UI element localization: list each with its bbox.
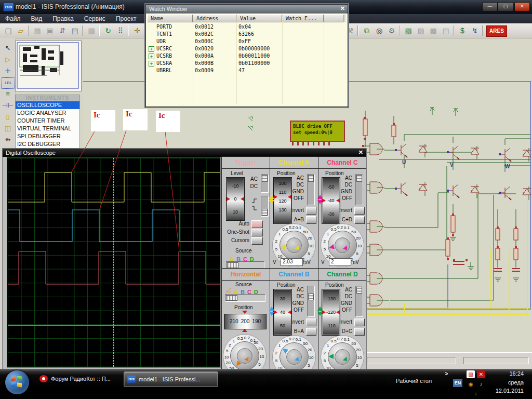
channel_b-invert-button[interactable] bbox=[306, 318, 316, 326]
menu-0[interactable]: Файл bbox=[0, 14, 26, 23]
desktop-toolbar-label[interactable]: Рабочий стол bbox=[396, 378, 432, 384]
watch-row-UDR[interactable]: UDR0x000C0xFF bbox=[147, 38, 345, 45]
script-tool-icon[interactable]: ≡ bbox=[2, 89, 14, 99]
ares-icon[interactable]: ARES bbox=[486, 25, 507, 37]
open-folder-icon[interactable]: ▱ bbox=[15, 25, 27, 37]
design-explorer-icon[interactable]: ▧ bbox=[402, 25, 415, 37]
coupling-slider[interactable] bbox=[355, 286, 363, 317]
trigger-coupling-ac: AC bbox=[247, 176, 258, 182]
print-area-icon[interactable]: ▥ bbox=[85, 25, 98, 37]
watch-row-TCNT1[interactable]: TCNT10x002C63266 bbox=[147, 31, 345, 38]
instrument-spi-debugger[interactable]: SPI DEBUGGER bbox=[16, 132, 79, 140]
taskbar-button-0[interactable]: Форум РадиоКот :: П... bbox=[36, 371, 134, 386]
tray-alert-icon[interactable]: ▨ bbox=[467, 370, 475, 378]
origin-icon[interactable]: ✛ bbox=[131, 25, 143, 37]
watch-col-4[interactable] bbox=[324, 15, 343, 22]
oscilloscope-title[interactable]: Digital Oscilloscope bbox=[3, 149, 366, 157]
trigger-cursors-button[interactable] bbox=[251, 237, 263, 245]
component-tool-icon[interactable]: ▷ bbox=[2, 55, 14, 65]
instrument-i2c-debugger[interactable]: I2C DEBUGGER bbox=[16, 140, 79, 148]
watch-row-PORTD[interactable]: PORTD0x00120x04 bbox=[147, 23, 345, 31]
print-icon[interactable]: ▤ bbox=[69, 25, 81, 37]
export-icon[interactable]: ⇵ bbox=[56, 25, 69, 37]
oscilloscope-window[interactable]: Digital Oscilloscope ✕ TriggerLevel-1001… bbox=[2, 148, 367, 370]
channel_c-sum-button[interactable] bbox=[354, 216, 365, 224]
schematic-overview[interactable] bbox=[15, 41, 82, 91]
close-button[interactable]: ✕ bbox=[514, 2, 530, 11]
channel_c-value[interactable]: 2 bbox=[329, 258, 351, 266]
instrument-virtual-terminal[interactable]: VIRTUAL TERMINAL bbox=[16, 125, 79, 132]
terminal-tool-icon[interactable]: ⇻ bbox=[2, 135, 14, 145]
watch-col-3[interactable]: Watch E... bbox=[282, 15, 324, 22]
expand-icon[interactable]: + bbox=[149, 46, 154, 52]
watch-col-1[interactable]: Address bbox=[193, 15, 236, 22]
instrument-counter-timer[interactable]: COUNTER TIMER bbox=[16, 117, 79, 125]
instrument-oscilloscope[interactable]: OSCILLOSCOPE bbox=[16, 101, 79, 109]
language-indicator[interactable]: EN bbox=[453, 379, 462, 387]
expand-icon[interactable]: + bbox=[149, 54, 154, 59]
tray-flame-icon[interactable]: ◉ bbox=[467, 380, 475, 388]
horizontal-source-slider[interactable] bbox=[225, 294, 265, 302]
watch-window[interactable]: Watch Window ✕ NameAddressValueWatch E..… bbox=[145, 4, 348, 107]
search-icon[interactable]: ◎ bbox=[373, 25, 385, 37]
oscilloscope-close-icon[interactable]: ✕ bbox=[358, 149, 363, 156]
grid-icon[interactable]: ⠿ bbox=[114, 25, 127, 37]
channel_d-invert-button[interactable] bbox=[354, 318, 365, 326]
channel_d-sum-button[interactable] bbox=[354, 328, 365, 336]
watch-window-title[interactable]: Watch Window bbox=[146, 5, 348, 14]
clock-time[interactable]: 16:24 bbox=[487, 370, 524, 377]
taskbar-button-1[interactable]: isismodel1 - ISIS Professi... bbox=[124, 371, 218, 387]
save-file-icon[interactable]: ▦ bbox=[31, 25, 44, 37]
coupling-slider[interactable] bbox=[307, 174, 315, 205]
tray-shield-icon[interactable]: ✕ bbox=[477, 370, 485, 378]
junction-dot-icon[interactable]: ✛ bbox=[2, 66, 14, 76]
channel_b-sum-button[interactable] bbox=[306, 328, 316, 336]
watch-close-icon[interactable]: ✕ bbox=[340, 5, 345, 12]
erc-icon[interactable]: ↯ bbox=[469, 25, 481, 37]
refresh-icon[interactable]: ↻ bbox=[102, 25, 114, 37]
property-tool-icon[interactable]: ⚙ bbox=[385, 25, 398, 37]
watch-row-UCSRC[interactable]: +UCSRC0x00200b00000000 bbox=[147, 45, 345, 52]
menu-3[interactable]: Сервис bbox=[79, 14, 111, 23]
new-sheet-icon[interactable]: ▨ bbox=[415, 25, 427, 37]
coupling-slider[interactable] bbox=[355, 174, 363, 205]
channel_a-value[interactable]: 2.03 bbox=[281, 258, 303, 266]
watch-col-0[interactable]: Name bbox=[147, 15, 193, 22]
channel_c-invert-button[interactable] bbox=[354, 207, 365, 215]
expand-icon[interactable]: + bbox=[149, 61, 154, 66]
tray-volume-icon[interactable]: ♪ bbox=[477, 380, 485, 388]
trigger-edge-slider[interactable] bbox=[261, 196, 269, 217]
bus-tool-icon[interactable]: ⊣⊢ bbox=[2, 100, 14, 111]
label-tool-icon[interactable]: LBL bbox=[2, 77, 15, 89]
trigger-coupling-slider[interactable] bbox=[261, 174, 269, 193]
remove-sheet-icon[interactable]: ▩ bbox=[427, 25, 440, 37]
selector-tool-icon[interactable]: ↖ bbox=[2, 43, 14, 54]
minimize-button[interactable]: — bbox=[482, 2, 498, 11]
coupling-slider[interactable] bbox=[307, 286, 315, 317]
wire-autoroute-icon[interactable]: ⧉ bbox=[361, 25, 373, 37]
watch-row-UBRRL[interactable]: UBRRL0x000947 bbox=[147, 67, 345, 74]
goto-sheet-icon[interactable]: ▤ bbox=[440, 25, 452, 37]
menu-2[interactable]: Правка bbox=[47, 14, 79, 23]
subcircuit-icon[interactable]: ◫ bbox=[2, 123, 14, 134]
watch-col-2[interactable]: Value bbox=[236, 15, 282, 22]
channel_a-invert-button[interactable] bbox=[306, 207, 316, 215]
menu-4[interactable]: Проект bbox=[111, 14, 142, 23]
watch-row-UCSRA[interactable]: +UCSRA0x000B0b01100000 bbox=[147, 60, 345, 67]
new-file-icon[interactable]: ▢ bbox=[2, 25, 15, 37]
horizontal-position-dial[interactable]: 210 200 190 bbox=[224, 314, 267, 329]
watch-row-UCSRB[interactable]: +UCSRB0x000A0b00011000 bbox=[147, 52, 345, 60]
bom-icon[interactable]: $ bbox=[456, 25, 469, 37]
copy-icon[interactable]: ▣ bbox=[44, 25, 56, 37]
start-button[interactable] bbox=[5, 370, 29, 394]
maximize-button[interactable]: ▢ bbox=[498, 2, 513, 11]
toolbar-chevron[interactable]: > bbox=[445, 370, 448, 377]
trigger-auto-button[interactable] bbox=[251, 220, 263, 228]
trigger-one-shot-button[interactable] bbox=[251, 229, 263, 236]
device-pin-icon[interactable]: ▯ bbox=[2, 112, 14, 122]
instrument-logic-analyser[interactable]: LOGIC ANALYSER bbox=[16, 109, 79, 117]
channel_a-sum-button[interactable] bbox=[306, 216, 316, 224]
menu-1[interactable]: Вид bbox=[26, 14, 48, 23]
tray-update-icon[interactable]: ↓ bbox=[472, 390, 480, 397]
trigger-level-slider[interactable]: -10010 bbox=[226, 177, 245, 221]
